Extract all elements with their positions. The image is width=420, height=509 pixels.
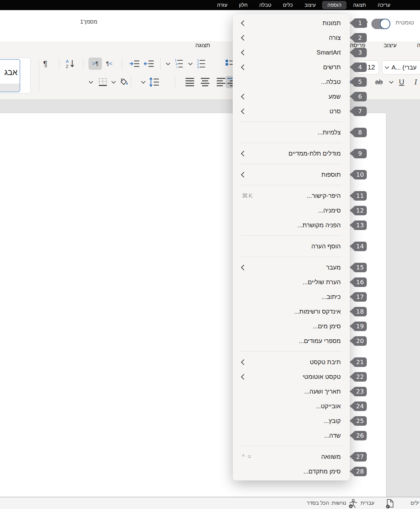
menubar-item[interactable]: עריכה <box>373 1 396 9</box>
align-center-button[interactable] <box>200 77 210 87</box>
chevron-down-icon[interactable] <box>189 63 192 65</box>
insert-menu: תמונותצורהSmartArtתרשיםטבלה...שמעסרטצלמי… <box>233 14 350 481</box>
insert-menu-item[interactable]: קובץ... <box>233 413 350 428</box>
menu-separator <box>240 236 342 236</box>
insert-menu-item[interactable]: כיתוב... <box>233 289 350 304</box>
menu-separator <box>240 122 342 122</box>
submenu-chevron-icon <box>241 20 246 26</box>
ribbon-tab[interactable]: תצוגה <box>195 42 210 49</box>
menu-item-label: מספרי עמודים... <box>299 337 341 345</box>
edit-document-icon[interactable] <box>386 499 394 508</box>
som-badge-12: 12 <box>353 206 367 215</box>
menubar-item[interactable]: טבלה <box>254 1 276 9</box>
menubar-item[interactable]: עזרה <box>212 1 233 9</box>
insert-menu-item[interactable]: תמונות <box>233 16 350 30</box>
svg-text:Z: Z <box>66 64 69 69</box>
svg-text:i: i <box>177 66 177 69</box>
insert-menu-item[interactable]: תאריך ושעה... <box>233 384 350 399</box>
menu-item-label: אובייקט... <box>316 403 341 410</box>
chevron-down-icon[interactable] <box>167 63 170 65</box>
borders-button[interactable] <box>98 77 108 87</box>
chevron-down-icon[interactable] <box>89 81 92 83</box>
decrease-indent-button[interactable] <box>143 59 154 68</box>
insert-menu-item[interactable]: הוסף הערה <box>233 239 350 254</box>
font-name-input[interactable]: A... (עברי <box>382 60 420 74</box>
menu-item-label: שדה... <box>324 432 341 439</box>
som-badge-16: 16 <box>353 277 367 287</box>
menubar-item[interactable]: עיצוב <box>299 1 321 9</box>
show-paragraph-marks-button[interactable]: ¶ <box>43 59 47 69</box>
som-badge-21: 21 <box>353 357 367 367</box>
som-badge-20: 20 <box>353 336 367 346</box>
italic-button[interactable]: I <box>414 78 417 86</box>
divider <box>59 58 59 70</box>
insert-menu-item[interactable]: שמע <box>233 89 350 104</box>
submenu-chevron-icon <box>241 265 246 270</box>
submenu-chevron-icon <box>241 374 246 379</box>
insert-menu-item[interactable]: טבלה... <box>233 74 350 89</box>
menubar-item[interactable]: חלון <box>234 1 253 9</box>
numbered-list-button[interactable]: 1 2 3 <box>196 58 206 69</box>
line-spacing-button[interactable] <box>149 77 160 87</box>
insert-menu-item[interactable]: סימן מתקדם... <box>233 464 350 479</box>
ribbon-tab-partial[interactable]: ה <box>417 42 420 49</box>
submenu-chevron-icon <box>241 94 246 99</box>
language-indicator[interactable]: עברית <box>361 500 374 506</box>
som-badge-2: 2 <box>353 33 367 43</box>
insert-menu-item[interactable]: אינדקס ורשימות... <box>233 304 350 319</box>
menu-separator <box>240 446 342 446</box>
increase-indent-button[interactable] <box>129 59 140 68</box>
divider <box>160 58 161 70</box>
word-count[interactable]: ילים <box>411 500 419 506</box>
insert-menu-item[interactable]: מודלים תלת-ממדיים <box>233 146 350 161</box>
insert-menu-item[interactable]: SmartArt <box>233 45 350 60</box>
strikethrough-button[interactable]: ab <box>375 78 383 86</box>
chevron-down-icon[interactable] <box>112 81 115 83</box>
shading-bucket-button[interactable] <box>118 77 129 87</box>
menu-item-label: תוספות <box>321 171 341 178</box>
insert-menu-item[interactable]: היפר-קישור...⌘K <box>233 188 350 203</box>
insert-menu-item[interactable]: טקסט אוטומטי <box>233 369 350 384</box>
insert-menu-item[interactable]: אובייקט... <box>233 399 350 413</box>
insert-menu-item[interactable]: סרט <box>233 104 350 119</box>
insert-menu-item[interactable]: סימן מים... <box>233 319 350 334</box>
insert-menu-item[interactable]: מעבר <box>233 260 350 275</box>
chevron-down-icon[interactable] <box>390 81 393 83</box>
autosave-toggle[interactable] <box>371 19 390 29</box>
submenu-chevron-icon <box>241 108 246 114</box>
accessibility-status[interactable]: נגישות: הכל בסדר <box>307 500 346 506</box>
accessibility-icon <box>348 499 358 508</box>
som-badge-15: 15 <box>353 263 367 272</box>
som-badge-8: 8 <box>353 128 367 137</box>
style-tile-selected[interactable]: אבג <box>0 59 20 92</box>
ribbon-tab[interactable]: עיצוב <box>384 42 397 49</box>
insert-menu-item[interactable]: מספרי עמודים... <box>233 334 350 348</box>
som-badge-14: 14 <box>353 242 367 251</box>
sort-button[interactable]: A Z <box>65 58 75 69</box>
som-badge-7: 7 <box>353 107 367 116</box>
menubar-item[interactable]: הוספה <box>322 1 347 9</box>
multilevel-list-button[interactable]: 1 a i <box>174 58 184 69</box>
insert-menu-item[interactable]: משוואה^ = <box>233 449 350 464</box>
submenu-chevron-icon <box>241 151 246 156</box>
menu-item-label: צלמיות... <box>317 129 341 136</box>
insert-menu-item[interactable]: תוספות <box>233 167 350 182</box>
underline-button[interactable]: U <box>399 78 404 86</box>
ltr-paragraph-button[interactable]: >¶ <box>88 58 102 70</box>
rtl-paragraph-button[interactable]: ¶< <box>106 60 112 67</box>
insert-menu-item[interactable]: צורה <box>233 30 350 45</box>
menubar-item[interactable]: תצוגה <box>348 1 371 9</box>
insert-menu-item[interactable]: סימניה... <box>233 203 350 218</box>
align-left-button[interactable] <box>216 77 226 87</box>
chevron-down-icon[interactable] <box>142 81 145 83</box>
insert-menu-item[interactable]: שדה... <box>233 428 350 443</box>
align-justify-button[interactable] <box>185 77 195 87</box>
insert-menu-item[interactable]: צלמיות... <box>233 125 350 140</box>
statusbar: ילים עברית נגישות: הכל בסדר <box>0 497 420 509</box>
menubar-item[interactable]: כלים <box>278 1 298 9</box>
insert-menu-item[interactable]: תיבת טקסט <box>233 355 350 369</box>
insert-menu-item[interactable]: הערת שוליים... <box>233 275 350 289</box>
insert-menu-item[interactable]: הפניה מקושרת... <box>233 218 350 232</box>
divider <box>175 76 175 88</box>
insert-menu-item[interactable]: תרשים <box>233 60 350 74</box>
